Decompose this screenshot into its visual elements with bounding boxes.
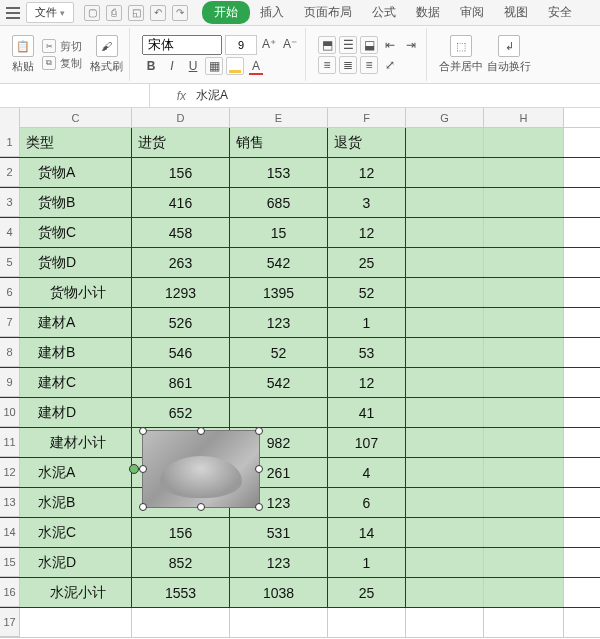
col-header-C[interactable]: C — [20, 108, 132, 127]
underline-button[interactable]: U — [184, 57, 202, 75]
cell-C8[interactable]: 建材B — [20, 338, 132, 367]
cell-D3[interactable]: 416 — [132, 188, 230, 217]
cell-H1[interactable] — [484, 128, 564, 157]
cell-F11[interactable]: 107 — [328, 428, 406, 457]
undo-icon[interactable]: ↶ — [150, 5, 166, 21]
cell-G2[interactable] — [406, 158, 484, 187]
cell-F10[interactable]: 41 — [328, 398, 406, 427]
tab-insert[interactable]: 插入 — [250, 0, 294, 25]
cell-F16[interactable]: 25 — [328, 578, 406, 607]
align-middle-icon[interactable]: ☰ — [339, 36, 357, 54]
col-header-G[interactable]: G — [406, 108, 484, 127]
merge-center-button[interactable]: ⬚ 合并居中 — [439, 35, 483, 74]
resize-handle-s[interactable] — [197, 503, 205, 511]
row-header-2[interactable]: 2 — [0, 158, 20, 187]
tab-formula[interactable]: 公式 — [362, 0, 406, 25]
cell-G1[interactable] — [406, 128, 484, 157]
cell-G6[interactable] — [406, 278, 484, 307]
cell-D8[interactable]: 546 — [132, 338, 230, 367]
align-bottom-icon[interactable]: ⬓ — [360, 36, 378, 54]
row-header-1[interactable]: 1 — [0, 128, 20, 157]
col-header-E[interactable]: E — [230, 108, 328, 127]
cell-F6[interactable]: 52 — [328, 278, 406, 307]
cell-C5[interactable]: 货物D — [20, 248, 132, 277]
font-size-input[interactable] — [225, 35, 257, 55]
cell-F17[interactable] — [328, 608, 406, 637]
cell-H8[interactable] — [484, 338, 564, 367]
cell-D10[interactable]: 652 — [132, 398, 230, 427]
align-center-icon[interactable]: ≣ — [339, 56, 357, 74]
row-header-3[interactable]: 3 — [0, 188, 20, 217]
cell-H7[interactable] — [484, 308, 564, 337]
cell-D14[interactable]: 156 — [132, 518, 230, 547]
col-header-D[interactable]: D — [132, 108, 230, 127]
cell-F7[interactable]: 1 — [328, 308, 406, 337]
cell-E5[interactable]: 542 — [230, 248, 328, 277]
name-box[interactable] — [0, 84, 150, 107]
row-header-4[interactable]: 4 — [0, 218, 20, 247]
cell-C4[interactable]: 货物C — [20, 218, 132, 247]
increase-font-icon[interactable]: A⁺ — [260, 35, 278, 53]
cell-H3[interactable] — [484, 188, 564, 217]
print-icon[interactable]: ⎙ — [106, 5, 122, 21]
inserted-picture[interactable] — [142, 430, 260, 508]
cell-C14[interactable]: 水泥C — [20, 518, 132, 547]
cell-E6[interactable]: 1395 — [230, 278, 328, 307]
italic-button[interactable]: I — [163, 57, 181, 75]
cell-E7[interactable]: 123 — [230, 308, 328, 337]
cell-C16[interactable]: 水泥小计 — [20, 578, 132, 607]
cell-C10[interactable]: 建材D — [20, 398, 132, 427]
tab-data[interactable]: 数据 — [406, 0, 450, 25]
col-header-F[interactable]: F — [328, 108, 406, 127]
row-header-5[interactable]: 5 — [0, 248, 20, 277]
cell-H9[interactable] — [484, 368, 564, 397]
cell-G3[interactable] — [406, 188, 484, 217]
cell-H14[interactable] — [484, 518, 564, 547]
orientation-icon[interactable]: ⤢ — [381, 56, 399, 74]
cell-D17[interactable] — [132, 608, 230, 637]
format-painter-button[interactable]: 🖌 格式刷 — [90, 35, 123, 74]
row-header-9[interactable]: 9 — [0, 368, 20, 397]
resize-handle-e[interactable] — [255, 465, 263, 473]
cell-E17[interactable] — [230, 608, 328, 637]
cut-button[interactable]: ✂剪切 — [42, 39, 82, 54]
cell-H17[interactable] — [484, 608, 564, 637]
cell-F14[interactable]: 14 — [328, 518, 406, 547]
fill-color-button[interactable] — [226, 57, 244, 75]
row-header-16[interactable]: 16 — [0, 578, 20, 607]
cell-H15[interactable] — [484, 548, 564, 577]
cell-E14[interactable]: 531 — [230, 518, 328, 547]
fx-icon[interactable]: fx — [150, 89, 190, 103]
col-header-H[interactable]: H — [484, 108, 564, 127]
bold-button[interactable]: B — [142, 57, 160, 75]
cell-C6[interactable]: 货物小计 — [20, 278, 132, 307]
tab-view[interactable]: 视图 — [494, 0, 538, 25]
redo-icon[interactable]: ↷ — [172, 5, 188, 21]
font-color-button[interactable]: A — [247, 57, 265, 75]
tab-layout[interactable]: 页面布局 — [294, 0, 362, 25]
cell-E10[interactable] — [230, 398, 328, 427]
cell-F4[interactable]: 12 — [328, 218, 406, 247]
cell-G16[interactable] — [406, 578, 484, 607]
cell-H5[interactable] — [484, 248, 564, 277]
row-header-15[interactable]: 15 — [0, 548, 20, 577]
cell-G14[interactable] — [406, 518, 484, 547]
cell-E4[interactable]: 15 — [230, 218, 328, 247]
resize-handle-sw[interactable] — [139, 503, 147, 511]
row-header-13[interactable]: 13 — [0, 488, 20, 517]
row-header-11[interactable]: 11 — [0, 428, 20, 457]
font-name-select[interactable] — [142, 35, 222, 55]
cell-E3[interactable]: 685 — [230, 188, 328, 217]
cell-F2[interactable]: 12 — [328, 158, 406, 187]
cell-E8[interactable]: 52 — [230, 338, 328, 367]
cell-G7[interactable] — [406, 308, 484, 337]
cell-H16[interactable] — [484, 578, 564, 607]
cell-G15[interactable] — [406, 548, 484, 577]
row-header-14[interactable]: 14 — [0, 518, 20, 547]
cell-H6[interactable] — [484, 278, 564, 307]
cell-D1[interactable]: 进货 — [132, 128, 230, 157]
cell-C1[interactable]: 类型 — [20, 128, 132, 157]
cell-D7[interactable]: 526 — [132, 308, 230, 337]
cell-D15[interactable]: 852 — [132, 548, 230, 577]
cell-G5[interactable] — [406, 248, 484, 277]
